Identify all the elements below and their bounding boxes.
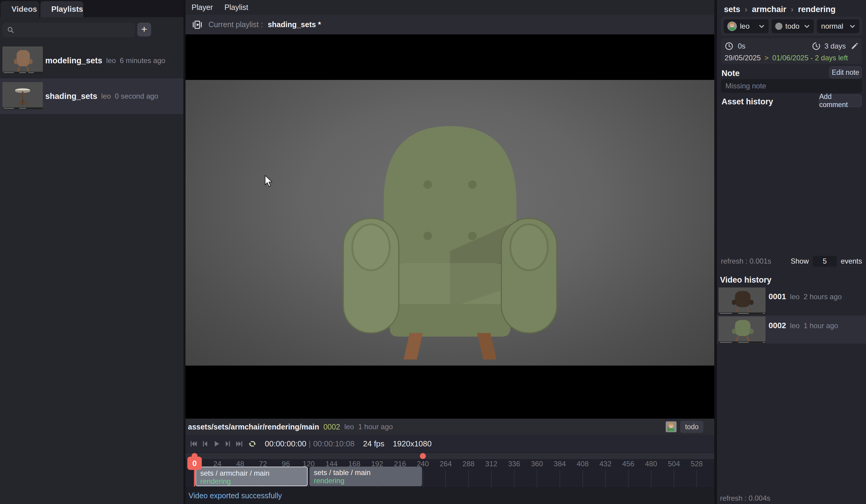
fps-label: 24 fps (363, 439, 384, 448)
skip-to-start-button[interactable] (189, 440, 198, 448)
chevron-down-icon (758, 23, 765, 30)
current-playlist-label: Current playlist : (209, 20, 263, 29)
timeline-tick (308, 470, 309, 487)
timeline-tick (537, 470, 537, 487)
time-estimation: 3 days (824, 42, 846, 51)
timeline-frame-label: 432 (596, 460, 614, 468)
events-label: events (841, 257, 862, 266)
timeline-tick (582, 470, 583, 487)
playlist-thumbnail (2, 82, 43, 109)
task-sidebar: sets › armchair › rendering leo todo nor… (717, 0, 866, 504)
version-number: 0002 (323, 423, 340, 431)
tab-playlists[interactable]: Playlists (41, 1, 83, 17)
assignee-dropdown[interactable]: leo (724, 19, 768, 33)
timeline-tick (628, 470, 629, 487)
clip-title: sets / table / main (314, 468, 422, 477)
note-title: Note (722, 69, 740, 78)
task-status-badge[interactable]: todo (680, 421, 703, 433)
priority-dropdown[interactable]: normal (817, 19, 859, 33)
timeline-frame-label: 360 (528, 460, 546, 468)
pencil-icon[interactable] (851, 42, 858, 50)
loop-button[interactable] (248, 440, 256, 448)
breadcrumb-sets[interactable]: sets (724, 5, 740, 14)
chevron-down-icon (803, 23, 810, 30)
assignee-avatar (727, 21, 737, 31)
resolution-label: 1920x1080 (393, 439, 432, 448)
clip-title: sets / armchair / main (200, 469, 307, 477)
sidebar-tabstrip: Videos Playlists (0, 0, 184, 17)
clock-icon (724, 42, 734, 51)
next-frame-button[interactable] (224, 440, 232, 448)
timeline-frame-label: 456 (619, 460, 637, 468)
tab-videos[interactable]: Videos (1, 1, 39, 17)
timecode-separator: | (309, 439, 311, 448)
timeline-tick (697, 470, 697, 487)
events-count-input[interactable] (813, 256, 837, 267)
status-bar: Video exported successfully (186, 487, 714, 504)
priority-value: normal (821, 22, 843, 31)
breadcrumb-rendering[interactable]: rendering (798, 5, 835, 14)
search-input[interactable] (18, 23, 132, 37)
status-dot-icon (775, 23, 782, 30)
timeline-frame-label: 528 (688, 460, 706, 468)
player-main: Player Playlist Current playlist : shadi… (186, 0, 714, 504)
skip-to-end-button[interactable] (235, 440, 243, 448)
playlist-time: 6 minutes ago (120, 56, 165, 65)
note-box: Missing note (721, 79, 862, 93)
timeline-frame-label: 312 (482, 460, 500, 468)
timeline-tick (423, 470, 423, 487)
playlist-item-shading-sets[interactable]: shading_sets leo 0 second ago (0, 78, 184, 114)
estimation-clock-icon (812, 42, 821, 51)
timeline[interactable]: 0244872961201441681922162402642883123363… (186, 452, 714, 487)
divider (714, 0, 717, 504)
play-button[interactable] (212, 440, 221, 448)
playlist-name: shading_sets (45, 92, 98, 101)
timeline-frame-label: 480 (642, 460, 660, 468)
breadcrumb-armchair[interactable]: armchair (752, 5, 786, 14)
timeline-clip[interactable]: sets / table / mainrendering (310, 467, 422, 486)
playlist-item-modeling-sets[interactable]: modeling_sets leo 6 minutes ago (0, 43, 184, 78)
task-selectors-panel: leo todo normal (721, 16, 862, 36)
timeline-tick (651, 470, 652, 487)
chevron-down-icon (849, 23, 856, 30)
mouse-cursor (263, 175, 274, 187)
version-path: assets/sets/armchair/rendering/main (188, 423, 319, 431)
status-dropdown[interactable]: todo (771, 19, 814, 33)
previous-frame-button[interactable] (201, 440, 209, 448)
add-playlist-button[interactable]: + (137, 23, 151, 36)
armchair-render (338, 111, 562, 361)
range-marker-dot[interactable] (420, 453, 426, 459)
refresh-time-bottom: refresh : 0.004s (720, 494, 770, 503)
due-date: 01/06/2025 - 2 days left (772, 54, 848, 62)
edit-note-button[interactable]: Edit note (829, 66, 862, 78)
video-history-item-0001[interactable]: 0001 leo 2 hours ago (717, 287, 866, 315)
refresh-time-top: refresh : 0.001s (721, 257, 771, 266)
timeline-frame-label: 264 (436, 460, 455, 468)
assignee-avatar (666, 421, 677, 433)
application-window: Videos Playlists + modeling_sets leo (0, 0, 866, 504)
timeline-marker-track[interactable] (186, 453, 714, 459)
playlist-icon (192, 20, 202, 30)
timeline-frame-label: 504 (665, 460, 683, 468)
timeline-frame-label: 336 (505, 460, 523, 468)
timeline-frame-label: 384 (551, 460, 569, 468)
timeline-tick (468, 470, 469, 487)
version-author: leo (344, 423, 354, 431)
video-history-item-0002[interactable]: 0002 leo 1 hour ago (717, 315, 866, 344)
tab-videos-label: Videos (11, 4, 37, 14)
tab-playlist[interactable]: Playlist (224, 3, 248, 12)
chevron-right-icon: › (791, 5, 793, 14)
comparison-video-surface[interactable] (186, 375, 714, 419)
video-frame: assets/sets/armchair/rendering/main_rend… (186, 80, 714, 366)
video-history-title: Video history (720, 276, 771, 285)
timeline-clip[interactable]: sets / armchair / mainrendering (196, 467, 308, 486)
playlist-name: modeling_sets (45, 56, 102, 66)
add-comment-button[interactable]: Add comment (819, 94, 862, 107)
playlist-thumbnail (2, 46, 43, 74)
video-player-surface[interactable]: assets/sets/armchair/rendering/main_rend… (186, 34, 714, 375)
tab-player[interactable]: Player (191, 3, 213, 12)
current-playlist-name: shading_sets * (268, 20, 321, 29)
total-timecode: 00:00:10:08 (313, 439, 354, 448)
clip-task-status: rendering (200, 477, 307, 485)
playhead-handle[interactable]: 0 (187, 457, 202, 470)
